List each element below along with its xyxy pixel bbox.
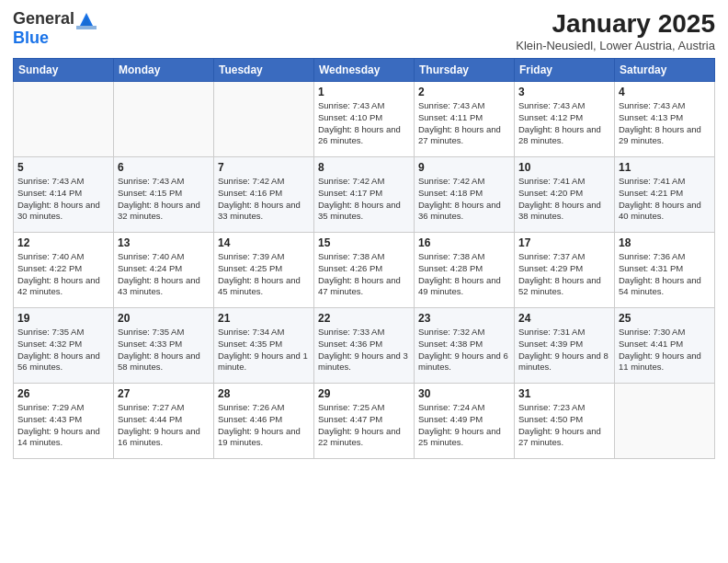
day-number: 26 xyxy=(17,387,109,400)
calendar-week-5: 26Sunrise: 7:29 AM Sunset: 4:43 PM Dayli… xyxy=(14,384,715,459)
day-number: 30 xyxy=(418,387,510,400)
day-number: 16 xyxy=(418,236,510,249)
calendar-cell xyxy=(14,82,114,157)
calendar-cell: 27Sunrise: 7:27 AM Sunset: 4:44 PM Dayli… xyxy=(114,384,214,459)
calendar-cell: 7Sunrise: 7:42 AM Sunset: 4:16 PM Daylig… xyxy=(214,157,314,233)
day-number: 23 xyxy=(418,312,510,325)
month-title: January 2025 xyxy=(516,9,715,39)
calendar-cell xyxy=(114,82,214,157)
day-number: 11 xyxy=(619,161,711,174)
day-number: 27 xyxy=(118,387,210,400)
calendar-cell: 24Sunrise: 7:31 AM Sunset: 4:39 PM Dayli… xyxy=(515,308,615,384)
calendar-cell: 23Sunrise: 7:32 AM Sunset: 4:38 PM Dayli… xyxy=(415,308,515,384)
day-number: 8 xyxy=(318,161,410,174)
calendar-cell: 2Sunrise: 7:43 AM Sunset: 4:11 PM Daylig… xyxy=(415,82,515,157)
calendar-cell: 17Sunrise: 7:37 AM Sunset: 4:29 PM Dayli… xyxy=(515,233,615,308)
logo: General Blue xyxy=(13,9,97,48)
calendar-cell: 30Sunrise: 7:24 AM Sunset: 4:49 PM Dayli… xyxy=(415,384,515,459)
day-number: 18 xyxy=(619,236,711,249)
calendar-cell: 15Sunrise: 7:38 AM Sunset: 4:26 PM Dayli… xyxy=(314,233,415,308)
calendar-cell: 28Sunrise: 7:26 AM Sunset: 4:46 PM Dayli… xyxy=(214,384,314,459)
day-content: Sunrise: 7:42 AM Sunset: 4:17 PM Dayligh… xyxy=(318,176,410,223)
day-content: Sunrise: 7:30 AM Sunset: 4:41 PM Dayligh… xyxy=(619,327,711,373)
day-content: Sunrise: 7:31 AM Sunset: 4:39 PM Dayligh… xyxy=(518,327,610,373)
calendar-week-1: 1Sunrise: 7:43 AM Sunset: 4:10 PM Daylig… xyxy=(14,82,715,157)
day-content: Sunrise: 7:43 AM Sunset: 4:15 PM Dayligh… xyxy=(118,176,210,223)
page-container: General Blue January 2025 Klein-Neusiedl… xyxy=(0,0,728,468)
calendar-cell: 26Sunrise: 7:29 AM Sunset: 4:43 PM Dayli… xyxy=(14,384,114,459)
calendar-cell: 9Sunrise: 7:42 AM Sunset: 4:18 PM Daylig… xyxy=(415,157,515,233)
day-content: Sunrise: 7:41 AM Sunset: 4:21 PM Dayligh… xyxy=(619,176,711,223)
calendar-cell: 6Sunrise: 7:43 AM Sunset: 4:15 PM Daylig… xyxy=(114,157,214,233)
weekday-header-saturday: Saturday xyxy=(615,59,715,82)
day-number: 10 xyxy=(518,161,610,174)
day-content: Sunrise: 7:43 AM Sunset: 4:14 PM Dayligh… xyxy=(17,176,109,223)
day-number: 13 xyxy=(118,236,210,249)
title-block: January 2025 Klein-Neusiedl, Lower Austr… xyxy=(516,9,715,52)
weekday-header-tuesday: Tuesday xyxy=(214,59,314,82)
calendar-cell: 11Sunrise: 7:41 AM Sunset: 4:21 PM Dayli… xyxy=(615,157,715,233)
weekday-header-row: SundayMondayTuesdayWednesdayThursdayFrid… xyxy=(14,59,715,82)
day-number: 22 xyxy=(318,312,410,325)
calendar-cell: 14Sunrise: 7:39 AM Sunset: 4:25 PM Dayli… xyxy=(214,233,314,308)
day-number: 20 xyxy=(118,312,210,325)
calendar-cell: 21Sunrise: 7:34 AM Sunset: 4:35 PM Dayli… xyxy=(214,308,314,384)
logo-text-general: General xyxy=(13,10,74,29)
day-content: Sunrise: 7:43 AM Sunset: 4:12 PM Dayligh… xyxy=(518,100,610,147)
day-number: 19 xyxy=(17,312,109,325)
day-content: Sunrise: 7:41 AM Sunset: 4:20 PM Dayligh… xyxy=(518,176,610,223)
day-content: Sunrise: 7:33 AM Sunset: 4:36 PM Dayligh… xyxy=(318,327,410,373)
day-content: Sunrise: 7:24 AM Sunset: 4:49 PM Dayligh… xyxy=(418,402,510,449)
day-number: 24 xyxy=(518,312,610,325)
day-number: 4 xyxy=(619,86,711,98)
weekday-header-thursday: Thursday xyxy=(415,59,515,82)
day-number: 31 xyxy=(518,387,610,400)
calendar-cell: 3Sunrise: 7:43 AM Sunset: 4:12 PM Daylig… xyxy=(515,82,615,157)
calendar-cell: 31Sunrise: 7:23 AM Sunset: 4:50 PM Dayli… xyxy=(515,384,615,459)
calendar-cell: 29Sunrise: 7:25 AM Sunset: 4:47 PM Dayli… xyxy=(314,384,415,459)
location-title: Klein-Neusiedl, Lower Austria, Austria xyxy=(516,39,715,52)
day-content: Sunrise: 7:32 AM Sunset: 4:38 PM Dayligh… xyxy=(418,327,510,373)
day-content: Sunrise: 7:42 AM Sunset: 4:16 PM Dayligh… xyxy=(218,176,310,223)
calendar-cell: 25Sunrise: 7:30 AM Sunset: 4:41 PM Dayli… xyxy=(615,308,715,384)
day-content: Sunrise: 7:27 AM Sunset: 4:44 PM Dayligh… xyxy=(118,402,210,449)
day-content: Sunrise: 7:43 AM Sunset: 4:11 PM Dayligh… xyxy=(418,100,510,147)
calendar-cell: 16Sunrise: 7:38 AM Sunset: 4:28 PM Dayli… xyxy=(415,233,515,308)
day-number: 28 xyxy=(218,387,310,400)
day-content: Sunrise: 7:38 AM Sunset: 4:28 PM Dayligh… xyxy=(418,251,510,298)
day-number: 12 xyxy=(17,236,109,249)
day-number: 6 xyxy=(118,161,210,174)
svg-marker-1 xyxy=(76,17,97,29)
calendar-cell: 8Sunrise: 7:42 AM Sunset: 4:17 PM Daylig… xyxy=(314,157,415,233)
header-row: General Blue January 2025 Klein-Neusiedl… xyxy=(13,9,715,52)
day-content: Sunrise: 7:40 AM Sunset: 4:22 PM Dayligh… xyxy=(17,251,109,298)
calendar-cell: 19Sunrise: 7:35 AM Sunset: 4:32 PM Dayli… xyxy=(14,308,114,384)
day-number: 15 xyxy=(318,236,410,249)
day-number: 7 xyxy=(218,161,310,174)
calendar-cell: 1Sunrise: 7:43 AM Sunset: 4:10 PM Daylig… xyxy=(314,82,415,157)
calendar-week-3: 12Sunrise: 7:40 AM Sunset: 4:22 PM Dayli… xyxy=(14,233,715,308)
day-content: Sunrise: 7:25 AM Sunset: 4:47 PM Dayligh… xyxy=(318,402,410,449)
calendar-cell: 18Sunrise: 7:36 AM Sunset: 4:31 PM Dayli… xyxy=(615,233,715,308)
calendar-cell: 22Sunrise: 7:33 AM Sunset: 4:36 PM Dayli… xyxy=(314,308,415,384)
day-number: 1 xyxy=(318,86,410,98)
day-content: Sunrise: 7:37 AM Sunset: 4:29 PM Dayligh… xyxy=(518,251,610,298)
logo-block: General Blue xyxy=(13,9,97,48)
day-number: 3 xyxy=(518,86,610,98)
weekday-header-sunday: Sunday xyxy=(14,59,114,82)
calendar-cell: 20Sunrise: 7:35 AM Sunset: 4:33 PM Dayli… xyxy=(114,308,214,384)
day-number: 29 xyxy=(318,387,410,400)
logo-text-blue: Blue xyxy=(13,29,49,47)
calendar-cell: 10Sunrise: 7:41 AM Sunset: 4:20 PM Dayli… xyxy=(515,157,615,233)
day-content: Sunrise: 7:35 AM Sunset: 4:32 PM Dayligh… xyxy=(17,327,109,373)
weekday-header-friday: Friday xyxy=(515,59,615,82)
calendar-week-2: 5Sunrise: 7:43 AM Sunset: 4:14 PM Daylig… xyxy=(14,157,715,233)
day-number: 2 xyxy=(418,86,510,98)
day-content: Sunrise: 7:43 AM Sunset: 4:10 PM Dayligh… xyxy=(318,100,410,147)
day-content: Sunrise: 7:26 AM Sunset: 4:46 PM Dayligh… xyxy=(218,402,310,449)
day-content: Sunrise: 7:40 AM Sunset: 4:24 PM Dayligh… xyxy=(118,251,210,298)
calendar-cell xyxy=(214,82,314,157)
day-number: 5 xyxy=(17,161,109,174)
day-number: 21 xyxy=(218,312,310,325)
day-content: Sunrise: 7:43 AM Sunset: 4:13 PM Dayligh… xyxy=(619,100,711,147)
